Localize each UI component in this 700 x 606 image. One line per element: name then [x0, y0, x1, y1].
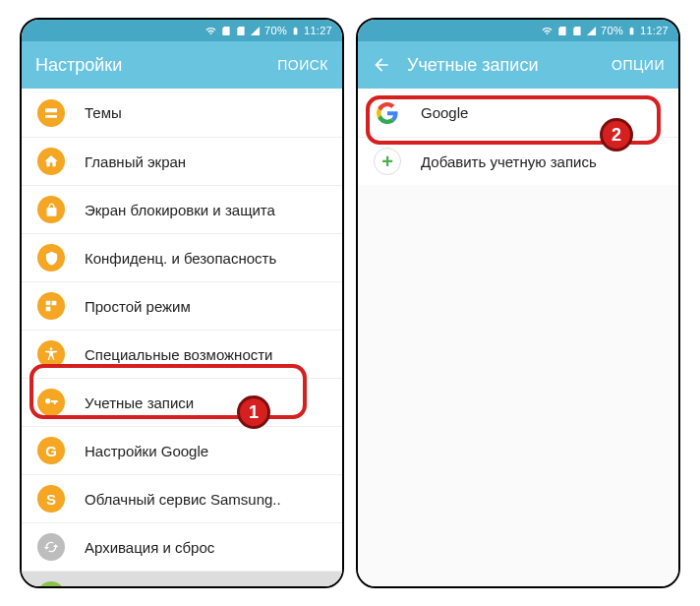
home-icon: [37, 148, 65, 175]
item-label: Простой режим: [85, 298, 191, 315]
app-bar: Настройки ПОИСК: [22, 41, 342, 89]
arrow-back-icon: [372, 55, 391, 75]
battery-text: 70%: [601, 25, 623, 36]
battery-icon: [291, 25, 300, 37]
battery-text: 70%: [264, 25, 287, 36]
clock-text: 11:27: [304, 25, 332, 36]
settings-item-accounts[interactable]: Учетные записи: [22, 378, 342, 426]
settings-item-home[interactable]: Главный экран: [22, 137, 342, 185]
theme-icon: [37, 99, 65, 127]
signal-icon: [250, 26, 261, 36]
phone-left: 70% 11:27 Настройки ПОИСК Темы Главный э…: [20, 18, 344, 588]
shield-icon: [37, 244, 65, 272]
item-label: Учетные записи: [85, 394, 194, 411]
wifi-icon: [205, 26, 216, 36]
item-label: Экран блокировки и защита: [85, 202, 275, 218]
phone-right: 70% 11:27 Учетные записи ОПЦИИ Google + …: [356, 18, 680, 588]
easy-icon: [37, 292, 65, 320]
back-button[interactable]: [372, 55, 391, 75]
sim1-icon: [220, 26, 231, 36]
item-label: Настройки Google: [85, 443, 208, 459]
sim2-icon: [571, 26, 582, 36]
settings-item-easymode[interactable]: Простой режим: [22, 281, 342, 330]
clock-text: 11:27: [640, 25, 669, 36]
item-label: Google: [421, 104, 468, 121]
language-icon: A: [37, 581, 65, 586]
accessibility-icon: [37, 340, 65, 368]
google-g-icon: G: [37, 437, 65, 464]
settings-item-themes[interactable]: Темы: [22, 89, 342, 137]
battery-icon: [627, 25, 636, 37]
sim2-icon: [235, 26, 246, 36]
item-label: Архивация и сброс: [85, 539, 214, 556]
item-label: Главный экран: [85, 153, 186, 170]
item-label: Конфиденц. и безопасность: [85, 250, 276, 267]
wifi-icon: [542, 26, 553, 36]
item-label: Облачный сервис Samsung..: [85, 491, 281, 508]
plus-icon: +: [374, 148, 401, 175]
settings-item-language[interactable]: A Язык и ввод: [22, 571, 342, 586]
app-bar: Учетные записи ОПЦИИ: [358, 41, 678, 89]
samsung-s-icon: S: [37, 485, 65, 513]
signal-icon: [586, 26, 597, 36]
item-label: Добавить учетную запись: [421, 153, 597, 170]
backup-icon: [37, 533, 65, 561]
settings-item-backup[interactable]: Архивация и сброс: [22, 522, 342, 571]
settings-item-accessibility[interactable]: Специальные возможности: [22, 330, 342, 378]
search-action[interactable]: ПОИСК: [277, 57, 328, 73]
settings-item-google[interactable]: G Настройки Google: [22, 426, 342, 474]
status-bar: 70% 11:27: [358, 20, 678, 41]
account-item-add[interactable]: + Добавить учетную запись: [358, 137, 678, 185]
key-icon: [37, 389, 65, 416]
settings-list: Темы Главный экран Экран блокировки и за…: [22, 89, 342, 586]
status-bar: 70% 11:27: [22, 20, 342, 41]
item-label: Специальные возможности: [85, 346, 273, 363]
options-action[interactable]: ОПЦИИ: [612, 57, 665, 73]
lock-icon: [37, 196, 65, 223]
settings-item-privacy[interactable]: Конфиденц. и безопасность: [22, 233, 342, 281]
sim1-icon: [556, 26, 567, 36]
page-title: Учетные записи: [407, 55, 596, 76]
item-label: Темы: [85, 104, 122, 121]
account-item-google[interactable]: Google: [358, 89, 678, 137]
google-logo-icon: [374, 99, 401, 127]
accounts-list: Google + Добавить учетную запись: [358, 89, 678, 586]
settings-item-samsung-cloud[interactable]: S Облачный сервис Samsung..: [22, 474, 342, 522]
settings-item-lockscreen[interactable]: Экран блокировки и защита: [22, 185, 342, 233]
page-title: Настройки: [35, 55, 262, 76]
